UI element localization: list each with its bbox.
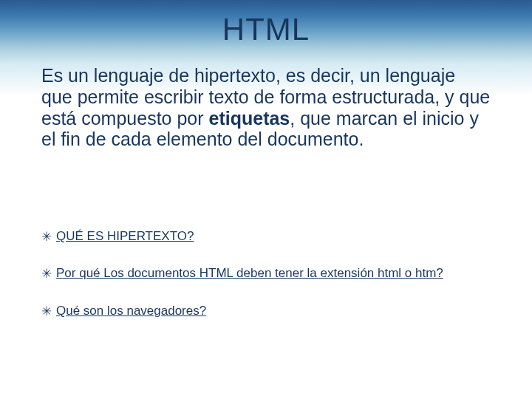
body-paragraph: Es un lenguaje de hipertexto, es decir, …: [41, 65, 491, 150]
links-list: ✳ QUÉ ES HIPERTEXTO? ✳ Por qué Los docum…: [41, 229, 499, 341]
asterisk-icon: ✳: [41, 230, 56, 245]
asterisk-icon: ✳: [41, 267, 56, 282]
list-item: ✳ Por qué Los documentos HTML deben tene…: [41, 266, 499, 281]
list-item: ✳ QUÉ ES HIPERTEXTO?: [41, 229, 499, 244]
slide-title: HTML: [0, 12, 532, 47]
paragraph-bold-word: etiquetas: [209, 108, 290, 129]
slide-body: Es un lenguaje de hipertexto, es decir, …: [41, 65, 491, 171]
slide: HTML Es un lenguaje de hipertexto, es de…: [0, 0, 532, 399]
hyperlink-hipertexto[interactable]: QUÉ ES HIPERTEXTO?: [56, 229, 194, 244]
asterisk-icon: ✳: [41, 304, 56, 319]
list-item: ✳ Qué son los navegadores?: [41, 304, 499, 318]
hyperlink-navegadores[interactable]: Qué son los navegadores?: [56, 304, 206, 318]
hyperlink-extension[interactable]: Por qué Los documentos HTML deben tener …: [56, 266, 443, 281]
